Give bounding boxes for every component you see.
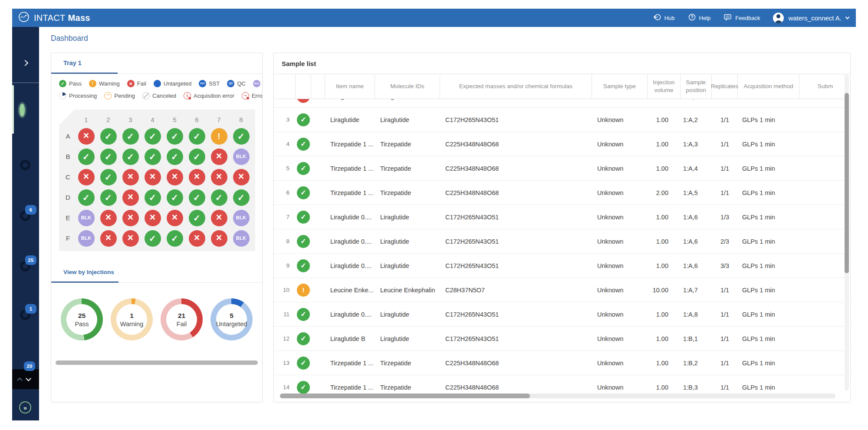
well-D7[interactable]: ✓ (211, 189, 227, 206)
well-A5[interactable]: ✓ (167, 128, 183, 145)
table-row[interactable]: 8✓Liraglutide 0....LiraglutideC172H265N4… (274, 229, 850, 254)
well-A7[interactable]: ! (211, 128, 227, 145)
well-F7[interactable]: × (211, 230, 227, 247)
well-B5[interactable]: ✓ (167, 149, 183, 165)
column-header-volume[interactable]: Injection volume (648, 74, 681, 99)
sidebar-item-dashboard[interactable] (20, 106, 25, 114)
well-B2[interactable]: ✓ (100, 149, 117, 165)
column-header-subm[interactable]: Subm (799, 74, 851, 99)
table-row[interactable]: 9✓Liraglutide 0....LiraglutideC172H265N4… (274, 254, 850, 278)
well-A2[interactable]: ✓ (100, 128, 117, 145)
well-C5[interactable]: × (167, 169, 183, 185)
well-F1[interactable]: BLK (78, 230, 95, 247)
well-B1[interactable]: ✓ (78, 149, 95, 165)
column-header-empty[interactable] (311, 74, 325, 99)
app-logo[interactable]: INTACTMass (18, 11, 90, 24)
table-row[interactable]: 7✓Liraglutide 0....LiraglutideC172H265N4… (274, 205, 850, 229)
help-button[interactable]: ? Help (688, 13, 711, 23)
well-D5[interactable]: ✓ (167, 189, 183, 206)
fail-status-icon: × (122, 230, 139, 247)
column-header-num[interactable] (274, 74, 296, 99)
well-C2[interactable]: ✓ (100, 169, 117, 185)
user-menu[interactable]: waters_connect A. (773, 13, 849, 23)
well-A3[interactable]: ✓ (122, 128, 139, 145)
well-B3[interactable]: ✓ (122, 149, 139, 165)
well-C6[interactable]: × (189, 169, 205, 185)
column-header-molecule[interactable]: Molecule IDs (375, 74, 440, 99)
well-F5[interactable]: ✓ (167, 230, 183, 247)
well-D8[interactable]: ✓ (233, 189, 250, 206)
well-C8[interactable]: × (233, 169, 250, 185)
cell-num: 10 (274, 278, 296, 302)
table-row[interactable]: 3✓LiraglutideLiraglutideC172H265N43O51Un… (274, 108, 850, 132)
column-header-status[interactable] (296, 74, 311, 99)
sidebar-item-queue-2[interactable]: 25 (20, 261, 30, 271)
well-B8[interactable]: BLK (233, 149, 250, 165)
well-E3[interactable]: × (122, 210, 139, 226)
sidebar-item-queue-1[interactable]: 6 (20, 211, 30, 221)
tab-view-by-injections[interactable]: View by Injections (51, 263, 118, 283)
well-E5[interactable]: × (167, 210, 183, 226)
table-row[interactable]: 4✓Tirzepatide 1 ...TirzepatideC225H348N4… (274, 132, 850, 156)
column-header-item[interactable]: Item name (325, 74, 375, 99)
well-D2[interactable]: ✓ (100, 189, 117, 206)
feedback-button[interactable]: Feedback (723, 13, 760, 23)
well-A6[interactable]: ✓ (189, 128, 205, 145)
well-C7[interactable]: × (211, 169, 227, 185)
well-A1[interactable]: × (78, 128, 95, 145)
table-row[interactable]: 12✓Liraglutide BLiraglutideC172H265N43O5… (274, 327, 850, 351)
table-row[interactable]: 2×Liraglutide 0....LiraglutideC172H265N4… (274, 99, 850, 108)
well-F2[interactable]: × (100, 230, 117, 247)
well-E6[interactable]: ✓ (189, 210, 205, 226)
legend-item-acq-error: iAcquisition error (184, 92, 234, 99)
well-D3[interactable]: × (122, 189, 139, 206)
column-header-method[interactable]: Acquisition method (738, 74, 799, 99)
table-row[interactable]: 6✓Tirzepatide 1 ...TirzepatideC225H348N4… (274, 181, 850, 205)
tray-horizontal-scrollbar[interactable] (56, 361, 258, 365)
sidebar-item-analyses[interactable] (20, 160, 30, 170)
well-B6[interactable]: ✓ (189, 149, 205, 165)
well-E8[interactable]: BLK (233, 210, 250, 226)
table-row[interactable]: 10!Leucine Enke...Leucine EnkephalinC28H… (274, 278, 850, 302)
column-header-formula[interactable]: Expected masses and/or chemical formulas (440, 74, 592, 99)
well-B4[interactable]: ✓ (145, 149, 161, 165)
well-F4[interactable]: ✓ (145, 230, 161, 247)
well-C4[interactable]: × (145, 169, 161, 185)
well-E4[interactable]: × (145, 210, 161, 226)
scroll-down-chevron-icon[interactable] (26, 376, 31, 381)
tab-tray-1[interactable]: Tray 1 (51, 53, 118, 74)
well-E2[interactable]: × (100, 210, 117, 226)
scroll-up-chevron-icon[interactable] (17, 377, 23, 383)
well-F6[interactable]: × (189, 230, 205, 247)
well-E1[interactable]: BLK (78, 210, 95, 226)
legend-glyph: × (129, 81, 133, 87)
well-D1[interactable]: ✓ (78, 189, 95, 206)
cell-empty (311, 375, 325, 395)
well-B7[interactable]: × (211, 149, 227, 165)
sidebar-collapse-button[interactable]: » (19, 401, 31, 413)
column-header-position[interactable]: Sample position (681, 74, 712, 99)
sidebar-item-queue-3[interactable]: 1 (20, 310, 30, 320)
well-C3[interactable]: × (122, 169, 139, 185)
table-row[interactable]: 13✓Tirzepatide 1 ...TirzepatideC225H348N… (274, 351, 850, 375)
well-D6[interactable]: ✓ (189, 189, 205, 206)
well-D4[interactable]: ✓ (145, 189, 161, 206)
table-row[interactable]: 11✓Liraglutide 0....LiraglutideC172H265N… (274, 302, 850, 327)
hub-button[interactable]: Hub (653, 13, 675, 23)
well-E7[interactable]: × (211, 210, 227, 226)
well-A4[interactable]: ✓ (145, 128, 161, 145)
vertical-scrollbar-thumb[interactable] (845, 93, 849, 273)
sidebar-expand-chevron-icon[interactable] (22, 60, 28, 66)
table-row[interactable]: 5✓Tirzepatide 1 ...TirzepatideC225H348N4… (274, 156, 850, 181)
column-header-replicates[interactable]: Replicates (712, 74, 738, 99)
well-C1[interactable]: × (78, 169, 95, 185)
well-F8[interactable]: BLK (233, 230, 250, 247)
horizontal-scrollbar-thumb[interactable] (280, 394, 530, 398)
table-row[interactable]: 14✓Tirzepatide 1 ...TirzepatideC225H348N… (274, 375, 850, 395)
cell-replicates: 1/1 (712, 375, 738, 395)
legend-glyph: ··· (106, 93, 109, 97)
well-A8[interactable]: ✓ (233, 128, 250, 145)
horizontal-scrollbar-track[interactable] (280, 394, 835, 398)
well-F3[interactable]: × (122, 230, 139, 247)
column-header-type[interactable]: Sample type (592, 74, 648, 99)
